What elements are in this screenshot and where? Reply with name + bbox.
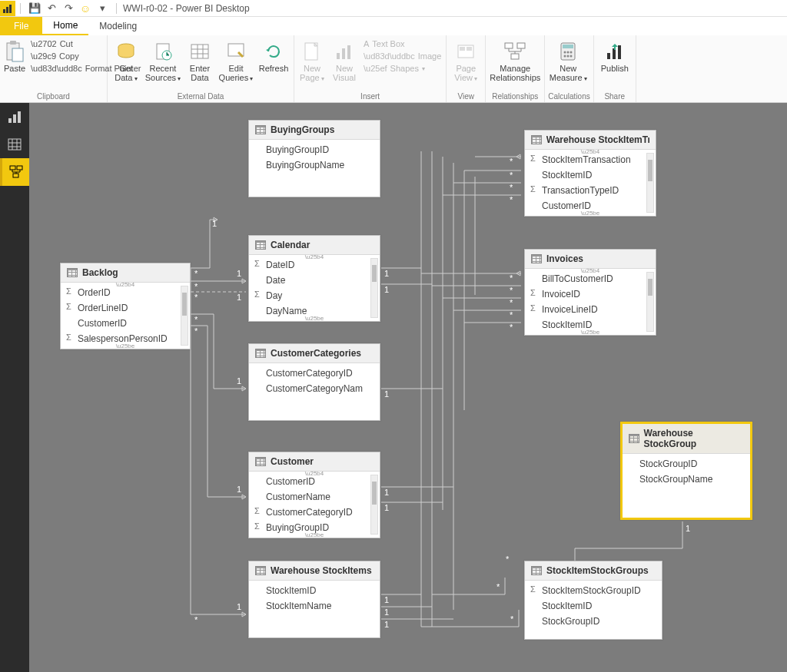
rail-report-view[interactable] (0, 103, 29, 131)
table-customer[interactable]: Customer \u25b4 CustomerID CustomerName … (248, 452, 380, 538)
refresh-button[interactable]: Refresh (257, 37, 291, 74)
table-backlog[interactable]: Backlog \u25b4 OrderID OrderLineID Custo… (60, 263, 191, 349)
tab-file[interactable]: File (0, 17, 42, 35)
rail-data-view[interactable] (0, 131, 29, 158)
field[interactable]: StockItemID (249, 583, 380, 598)
svg-text:*: * (506, 554, 510, 564)
field[interactable]: DateID (249, 257, 380, 273)
table-calendar[interactable]: Calendar \u25b4 DateID Date Day DayName … (248, 235, 380, 322)
field[interactable]: StockItemID (525, 167, 656, 183)
get-data-button[interactable]: Get Data (111, 37, 141, 82)
recent-sources-button[interactable]: Recent Sources (144, 37, 181, 82)
format-painter-icon: \ud83d\udd8c (31, 64, 82, 73)
table-customercategories[interactable]: CustomerCategories CustomerCategoryID Cu… (248, 343, 380, 421)
table-warehouse-stockitemtr[interactable]: Warehouse StockItemTr \u25b4 StockItemTr… (524, 130, 656, 217)
field[interactable]: StockItemName (249, 598, 380, 614)
svg-text:1: 1 (237, 269, 241, 278)
field[interactable]: StockGroupName (623, 472, 750, 487)
rail-model-view[interactable] (0, 158, 29, 186)
svg-rect-35 (618, 45, 621, 59)
field[interactable]: OrderID (61, 285, 190, 300)
field[interactable]: TransactionTypeID (525, 183, 656, 198)
field[interactable]: StockItemID (525, 598, 662, 614)
svg-text:1: 1 (384, 285, 389, 294)
enter-data-icon (188, 40, 211, 63)
tab-home[interactable]: Home (42, 17, 88, 35)
scrollbar[interactable] (181, 286, 188, 346)
save-icon[interactable]: 💾 (28, 2, 41, 15)
field[interactable]: Date (249, 273, 380, 288)
new-measure-button[interactable]: New Measure (548, 37, 588, 82)
qat-dropdown-icon[interactable]: ▾ (96, 2, 108, 15)
field[interactable]: Day (249, 288, 380, 303)
recent-sources-icon (151, 40, 174, 63)
redo-icon[interactable]: ↷ (62, 2, 75, 15)
table-invoices[interactable]: Invoices \u25b4 BillToCustomerID Invoice… (524, 249, 656, 336)
svg-rect-39 (8, 139, 21, 150)
field[interactable]: StockItemTransaction (525, 152, 656, 167)
svg-rect-9 (191, 45, 208, 58)
shapes-button: \u25efShapes (362, 63, 443, 74)
edit-queries-button[interactable]: Edit Queries (218, 37, 254, 82)
field[interactable]: CustomerName (249, 489, 380, 505)
field[interactable]: BillToCustomerID (525, 271, 656, 286)
svg-text:*: * (194, 326, 198, 336)
field[interactable]: CustomerID (249, 474, 380, 489)
svg-text:1: 1 (212, 219, 217, 228)
ribbon-group-share: Publish Share (594, 35, 636, 102)
scrollbar[interactable] (370, 258, 378, 318)
svg-rect-5 (12, 48, 23, 61)
svg-rect-23 (517, 43, 525, 48)
svg-rect-34 (613, 48, 616, 59)
table-stockitemstockgroups[interactable]: StockItemStockGroups StockItemStockGroup… (524, 561, 662, 640)
field[interactable]: CustomerID (61, 316, 190, 331)
text-box-button: AText Box (362, 38, 443, 49)
manage-relationships-button[interactable]: Manage Relationships (489, 37, 541, 82)
svg-text:*: * (510, 298, 513, 307)
field[interactable]: CustomerCategoryNam (249, 381, 380, 396)
field[interactable]: InvoiceID (525, 286, 656, 302)
field[interactable]: StockItemStockGroupID (525, 583, 662, 598)
svg-text:1: 1 (237, 602, 241, 611)
svg-point-29 (570, 51, 573, 54)
scrollbar[interactable] (646, 272, 654, 332)
scrollbar[interactable] (646, 153, 654, 213)
table-warehouse-stockitems[interactable]: Warehouse StockItems StockItemID StockIt… (248, 561, 380, 638)
smiley-icon[interactable]: ☺ (79, 2, 91, 15)
table-icon (255, 566, 266, 575)
relationship-lines: *1 *1 *1 *1 *1 *1 (29, 103, 787, 672)
field[interactable]: BuyingGroupID (249, 142, 380, 157)
svg-rect-26 (563, 45, 573, 48)
cut-icon: \u2702 (31, 39, 57, 48)
tab-modeling[interactable]: Modeling (88, 17, 148, 35)
publish-button[interactable]: Publish (597, 37, 633, 74)
field[interactable]: BuyingGroupName (249, 157, 380, 173)
field[interactable]: StockGroupID (525, 614, 662, 629)
svg-rect-36 (8, 118, 12, 123)
field[interactable]: CustomerCategoryID (249, 505, 380, 520)
svg-text:1: 1 (384, 389, 389, 399)
svg-text:*: * (510, 614, 514, 624)
svg-text:*: * (194, 293, 198, 302)
enter-data-button[interactable]: Enter Data (184, 37, 215, 82)
svg-text:1: 1 (686, 524, 690, 533)
undo-icon[interactable]: ↶ (45, 2, 58, 15)
scrollbar[interactable] (370, 475, 378, 535)
svg-text:*: * (194, 269, 198, 278)
model-canvas[interactable]: *1 *1 *1 *1 *1 *1 (29, 103, 787, 672)
table-icon (531, 566, 542, 575)
field[interactable]: InvoiceLineID (525, 302, 656, 317)
text-box-icon: A (364, 39, 369, 48)
table-icon (67, 268, 78, 277)
field[interactable]: OrderLineID (61, 300, 190, 316)
table-buyinggroups[interactable]: BuyingGroups BuyingGroupID BuyingGroupNa… (248, 120, 380, 197)
svg-text:1: 1 (237, 293, 241, 302)
svg-text:*: * (194, 282, 198, 291)
svg-text:*: * (510, 157, 513, 166)
svg-rect-2 (9, 5, 12, 13)
field[interactable]: CustomerCategoryID (249, 366, 380, 381)
field[interactable]: StockGroupID (623, 456, 750, 472)
table-warehouse-stockgroup[interactable]: Warehouse StockGroup StockGroupID StockG… (620, 422, 752, 520)
paste-button[interactable]: Paste (3, 37, 26, 74)
svg-text:1: 1 (384, 269, 389, 278)
